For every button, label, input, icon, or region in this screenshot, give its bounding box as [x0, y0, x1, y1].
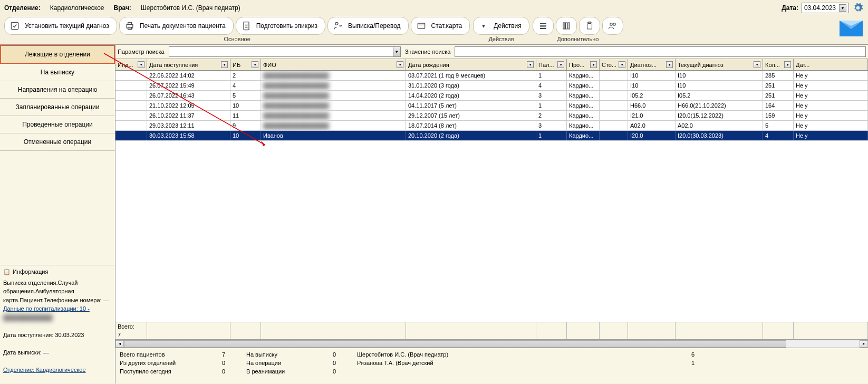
extra-button-1[interactable] — [533, 17, 554, 35]
search-value-input[interactable] — [455, 46, 866, 57]
cell: I20.0(30.03.2023) — [676, 131, 763, 140]
cell: 285 — [763, 71, 794, 80]
cell: 14.04.2020 (2 года) — [406, 91, 536, 100]
sidebar-item-patients-in-dept[interactable]: Лежащие в отделении — [0, 45, 115, 64]
search-param-combo[interactable]: ▼ — [169, 46, 401, 57]
svg-rect-0 — [11, 22, 18, 29]
totals-count: 7 — [115, 331, 147, 339]
cell — [600, 131, 628, 140]
scroll-track[interactable] — [124, 340, 860, 348]
date-dropdown-button[interactable]: ▼ — [839, 4, 846, 12]
filter-button[interactable]: ▾ — [666, 61, 673, 68]
cell: ████████████████ — [261, 71, 406, 80]
info-hospitalization-link[interactable]: Данные по госпитализации: 10 - — [3, 304, 112, 313]
stat-row: Поступило сегодня0 — [120, 368, 225, 375]
footer-col-3: Шерстобитов И.С. (Врач педиатр)6Рязанова… — [357, 351, 695, 380]
cell: I05.2 — [628, 91, 676, 100]
list-icon — [537, 20, 549, 32]
cell: 10 — [230, 101, 261, 110]
mail-icon[interactable] — [838, 17, 864, 38]
table-row[interactable]: 26.07.2022 15:494████████████████31.01.2… — [115, 81, 868, 91]
svg-rect-16 — [568, 23, 570, 29]
col-header-current-diag[interactable]: Текущий диагноз▾ — [676, 59, 763, 70]
date-input[interactable]: 03.04.2023 ▼ — [802, 3, 849, 13]
col-header-admit-date[interactable]: Дата поступления▾ — [147, 59, 230, 70]
main-area: Параметр поиска ▼ Значение поиска Инд...… — [115, 45, 868, 383]
table-row[interactable]: 30.03.2023 15:5810Иванов20.10.2020 (2 го… — [115, 131, 868, 141]
svg-rect-11 — [540, 23, 546, 24]
filter-button[interactable]: ▾ — [557, 61, 564, 68]
set-diagnosis-button[interactable]: Установить текущий диагноз — [4, 17, 117, 35]
scroll-thumb[interactable] — [124, 340, 786, 348]
filter-button[interactable]: ▾ — [138, 61, 144, 68]
sidebar-item-discharge[interactable]: На выписку — [0, 64, 115, 81]
cell: 159 — [763, 111, 794, 120]
table-row[interactable]: 29.03.2023 12:119████████████████18.07.2… — [115, 121, 868, 131]
col-header-dat2[interactable]: Дат... — [794, 59, 868, 70]
filter-button[interactable]: ▾ — [619, 61, 625, 68]
search-param-dropdown[interactable]: ▼ — [393, 47, 400, 56]
filter-button[interactable]: ▾ — [221, 61, 228, 68]
col-header-ward[interactable]: Пал...▾ — [536, 59, 567, 70]
scroll-left-button[interactable]: ◂ — [115, 340, 124, 348]
search-param-input[interactable] — [169, 48, 393, 55]
col-header-count[interactable]: Кол...▾ — [763, 59, 794, 70]
sidebar-item-planned-surgeries[interactable]: Запланированные операции — [0, 99, 115, 116]
horizontal-scrollbar[interactable]: ◂ ▸ — [115, 339, 868, 348]
col-header-dob[interactable]: Дата рождения▾ — [406, 59, 536, 70]
filter-button[interactable]: ▾ — [784, 61, 791, 68]
search-bar: Параметр поиска ▼ Значение поиска — [115, 45, 868, 59]
svg-rect-15 — [565, 23, 567, 29]
cell: Не у — [794, 81, 868, 90]
dept-value: Кардиологическое — [50, 4, 104, 12]
info-dept-link[interactable]: Отделение: Кардиологическое — [3, 366, 112, 375]
cell: Не у — [794, 121, 868, 130]
filter-button[interactable]: ▾ — [397, 61, 403, 68]
filter-button[interactable]: ▾ — [252, 61, 258, 68]
col-header-profile[interactable]: Про...▾ — [567, 59, 600, 70]
stat-card-button[interactable]: Стат.карта — [411, 17, 470, 35]
filter-button[interactable]: ▾ — [754, 61, 760, 68]
extra-button-3[interactable] — [579, 17, 600, 35]
cell: Иванов — [261, 131, 406, 140]
prepare-epicrisis-button[interactable]: Подготовить эпикриз — [236, 17, 325, 35]
sidebar-item-surgery-referrals[interactable]: Направления на операцию — [0, 81, 115, 99]
cell: 11 — [230, 111, 261, 120]
print-docs-button[interactable]: Печать документов пациента — [119, 17, 234, 35]
cell: 5 — [763, 121, 794, 130]
cell — [600, 91, 628, 100]
grid-body[interactable]: 22.06.2022 14:022████████████████03.07.2… — [115, 71, 868, 322]
sidebar-item-done-surgeries[interactable]: Проведенные операции — [0, 116, 115, 133]
cell: I21.0 — [628, 111, 676, 120]
info-panel: 📋 Информация Выписка отделения.Случай об… — [0, 265, 115, 383]
cell: Кардио... — [567, 71, 600, 80]
cell: 22.06.2022 14:02 — [147, 71, 230, 80]
cell: 2 — [230, 71, 261, 80]
col-header-fio[interactable]: ФИО▾ — [261, 59, 406, 70]
col-header-index[interactable]: Инд...▾ — [115, 59, 147, 70]
col-header-diag[interactable]: Диагноз...▾ — [628, 59, 676, 70]
col-header-sto[interactable]: Сто...▾ — [600, 59, 628, 70]
cell — [115, 131, 147, 140]
extra-button-4[interactable] — [602, 17, 623, 35]
scroll-right-button[interactable]: ▸ — [860, 340, 868, 348]
filter-button[interactable]: ▾ — [527, 61, 534, 68]
cell — [600, 81, 628, 90]
cell: I10 — [628, 71, 676, 80]
cell: ████████████████ — [261, 111, 406, 120]
cell: 9 — [230, 121, 261, 130]
table-row[interactable]: 22.06.2022 14:022████████████████03.07.2… — [115, 71, 868, 81]
table-row[interactable]: 26.10.2022 11:3711████████████████29.12.… — [115, 111, 868, 121]
svg-point-8 — [335, 22, 338, 25]
extra-button-2[interactable] — [556, 17, 577, 35]
card-icon — [416, 20, 427, 32]
discharge-button[interactable]: Выписка/Перевод — [327, 17, 409, 35]
sidebar-item-cancelled-surgeries[interactable]: Отмененные операции — [0, 133, 115, 151]
col-header-ib[interactable]: ИБ▾ — [230, 59, 261, 70]
settings-gear-icon[interactable] — [852, 2, 864, 14]
cell: ████████████████ — [261, 101, 406, 110]
table-row[interactable]: 21.10.2022 12:0510████████████████04.11.… — [115, 101, 868, 111]
table-row[interactable]: 26.07.2022 16:435████████████████14.04.2… — [115, 91, 868, 101]
filter-button[interactable]: ▾ — [590, 61, 597, 68]
actions-button[interactable]: ▾ Действия — [473, 17, 529, 35]
